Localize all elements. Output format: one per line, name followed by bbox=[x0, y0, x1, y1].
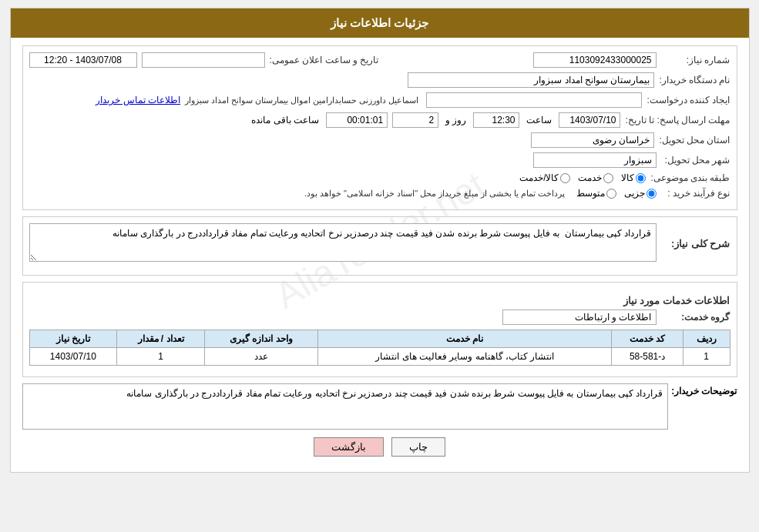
description-label: شرح کلی نیاز: bbox=[661, 238, 730, 249]
radio-khedmat-label: خدمت bbox=[578, 172, 602, 183]
info-section: شماره نیاز: تاریخ و ساعت اعلان عمومی: 14… bbox=[22, 45, 737, 210]
services-section: اطلاعات خدمات مورد نیاز گروه خدمت: ردیف … bbox=[22, 282, 737, 377]
description-section: شرح کلی نیاز: bbox=[22, 216, 737, 276]
col-header-unit: واحد اندازه گیری bbox=[204, 330, 317, 348]
col-header-qty: تعداد / مقدار bbox=[117, 330, 205, 348]
col-header-date: تاریخ نیاز bbox=[29, 330, 117, 348]
content-area: شماره نیاز: تاریخ و ساعت اعلان عمومی: 14… bbox=[11, 38, 749, 472]
radio-kala-label: کالا bbox=[621, 172, 634, 183]
row-need-number: شماره نیاز: تاریخ و ساعت اعلان عمومی: 14… bbox=[29, 52, 730, 68]
row-province: استان محل تحویل: bbox=[29, 132, 730, 148]
buyer-name-input bbox=[408, 72, 654, 88]
row-category: طبقه بندی موضوعی: کالا خدمت کالا/خدمت bbox=[29, 172, 730, 183]
row-process: نوع فرآیند خرید : جزیی متوسط پرداخت تمام… bbox=[29, 188, 730, 199]
cell-qty: 1 bbox=[117, 348, 205, 366]
send-time-label: ساعت bbox=[526, 115, 552, 125]
remaining-input bbox=[326, 112, 388, 128]
creator-input bbox=[426, 92, 642, 108]
col-header-code: کد خدمت bbox=[612, 330, 683, 348]
service-group-label: گروه خدمت: bbox=[661, 312, 730, 323]
buyer-desc-text: قرارداد کپی بیمارستان به فایل پیوست شرط … bbox=[22, 383, 668, 430]
page-header: جزئیات اطلاعات نیاز bbox=[11, 8, 749, 38]
radio-kala: کالا bbox=[621, 172, 646, 183]
process-radio-group: جزیی متوسط bbox=[576, 188, 657, 199]
remaining-label: ساعت باقی مانده bbox=[251, 115, 319, 125]
radio-jozi-label: جزیی bbox=[624, 188, 645, 199]
description-textarea[interactable] bbox=[29, 223, 657, 262]
table-row: 1 د-581-58 انتشار کتاب، گاهنامه وسایر فع… bbox=[29, 348, 730, 366]
radio-kala-input[interactable] bbox=[636, 173, 646, 183]
province-input bbox=[531, 132, 654, 148]
buyer-desc-row: توضیحات خریدار: قرارداد کپی بیمارستان به… bbox=[22, 383, 737, 430]
province-label: استان محل تحویل: bbox=[659, 135, 730, 146]
cell-name: انتشار کتاب، گاهنامه وسایر فعالیت های ان… bbox=[318, 348, 612, 366]
radio-motavset-input[interactable] bbox=[606, 189, 616, 199]
col-header-name: نام خدمت bbox=[318, 330, 612, 348]
cell-date: 1403/07/10 bbox=[29, 348, 117, 366]
process-note: پرداخت تمام یا بخشی از مبلغ خریداز محل "… bbox=[304, 189, 566, 199]
table-header-row: ردیف کد خدمت نام خدمت واحد اندازه گیری ت… bbox=[29, 330, 730, 348]
row-buyer-name: نام دستگاه خریدار: bbox=[29, 72, 730, 88]
process-label: نوع فرآیند خرید : bbox=[661, 188, 730, 199]
services-table: ردیف کد خدمت نام خدمت واحد اندازه گیری ت… bbox=[29, 330, 730, 366]
radio-jozi: جزیی bbox=[624, 188, 657, 199]
print-button[interactable]: چاپ bbox=[391, 437, 445, 457]
announce-value: 1403/07/08 - 12:20 bbox=[29, 52, 137, 68]
radio-jozi-input[interactable] bbox=[646, 189, 657, 199]
radio-kala-khedmat-input[interactable] bbox=[560, 173, 570, 183]
send-date-input bbox=[559, 112, 620, 128]
city-input bbox=[533, 152, 657, 168]
cell-code: د-581-58 bbox=[612, 348, 683, 366]
category-radio-group: کالا خدمت کالا/خدمت bbox=[519, 172, 646, 183]
announce-label: تاریخ و ساعت اعلان عمومی: bbox=[270, 55, 379, 65]
main-container: AliaTender.net جزئیات اطلاعات نیاز شماره… bbox=[10, 8, 750, 473]
row-send-date: مهلت ارسال پاسخ: تا تاریخ: ساعت روز و سا… bbox=[29, 112, 730, 128]
radio-motavset: متوسط bbox=[576, 188, 616, 199]
page-title: جزئیات اطلاعات نیاز bbox=[331, 16, 428, 29]
need-number-label: شماره نیاز: bbox=[661, 55, 730, 65]
radio-kala-khedmat: کالا/خدمت bbox=[519, 172, 570, 183]
radio-kala-khedmat-label: کالا/خدمت bbox=[519, 172, 559, 183]
row-city: شهر محل تحویل: bbox=[29, 152, 730, 168]
col-header-row: ردیف bbox=[683, 330, 730, 348]
radio-khedmat: خدمت bbox=[578, 172, 613, 183]
row-service-group: گروه خدمت: bbox=[29, 309, 730, 325]
radio-khedmat-input[interactable] bbox=[603, 173, 613, 183]
row-description: شرح کلی نیاز: bbox=[29, 223, 730, 264]
creator-label: ایجاد کننده درخواست: bbox=[646, 95, 730, 105]
category-label: طبقه بندی موضوعی: bbox=[650, 172, 730, 183]
button-row: چاپ بازگشت bbox=[22, 437, 737, 457]
send-days-label: روز و bbox=[445, 115, 466, 125]
buyer-name-label: نام دستگاه خریدار: bbox=[659, 75, 730, 85]
cell-row: 1 bbox=[683, 348, 730, 366]
creator-value: اسماعیل داورزنی حسابدارامین اموال بیمارس… bbox=[185, 95, 418, 105]
buyer-desc-label: توضیحات خریدار: bbox=[668, 383, 737, 396]
send-time-input bbox=[473, 112, 519, 128]
cell-unit: عدد bbox=[204, 348, 317, 366]
back-button[interactable]: بازگشت bbox=[314, 437, 384, 457]
radio-motavset-label: متوسط bbox=[576, 188, 605, 199]
creator-link[interactable]: اطلاعات تماس خریدار bbox=[96, 95, 180, 105]
send-days-input bbox=[392, 112, 438, 128]
announce-input bbox=[142, 52, 265, 68]
need-number-input[interactable] bbox=[533, 52, 657, 68]
send-date-label: مهلت ارسال پاسخ: تا تاریخ: bbox=[625, 115, 730, 125]
services-title: اطلاعات خدمات مورد نیاز bbox=[29, 295, 730, 306]
city-label: شهر محل تحویل: bbox=[661, 155, 730, 166]
row-creator: ایجاد کننده درخواست: اسماعیل داورزنی حسا… bbox=[29, 92, 730, 108]
service-group-input bbox=[502, 309, 657, 325]
